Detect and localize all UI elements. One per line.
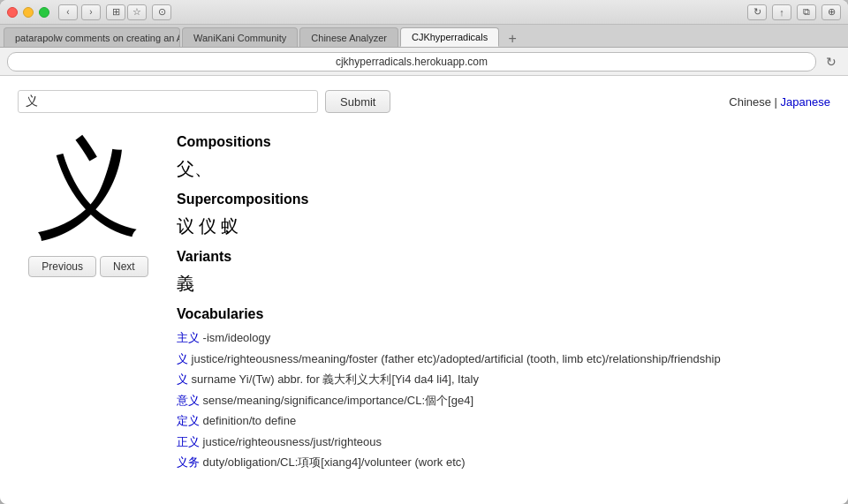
search-input[interactable]	[18, 90, 318, 113]
tab-1[interactable]: WaniKani Community	[182, 27, 298, 47]
bookmark-icon[interactable]: ☆	[127, 4, 147, 20]
submit-button[interactable]: Submit	[325, 90, 390, 113]
japanese-link[interactable]: Japanese	[781, 95, 830, 109]
browser-window: ‹ › ⊞ ☆ ⊙ ↻ ↑ ⧉ ⊕ patarapolw comments on…	[0, 0, 848, 504]
previous-button[interactable]: Previous	[28, 256, 96, 277]
back-forward-buttons: ‹ ›	[58, 4, 101, 20]
forward-button[interactable]: ›	[81, 4, 101, 20]
chinese-label: Chinese	[729, 95, 771, 109]
right-toolbar: ↻ ↑ ⧉ ⊕	[747, 4, 841, 20]
variants-title: Variants	[177, 249, 830, 265]
vocabularies-title: Vocabularies	[177, 306, 830, 322]
info-panel: Compositions 父、 Supercompositions 议 仪 蚁 …	[177, 127, 830, 475]
vocab-list: 主义 -ism/ideology 义 justice/righteousness…	[177, 329, 830, 471]
toolbar-icons: ⊞	[106, 4, 125, 20]
maximize-button[interactable]	[39, 7, 49, 18]
compositions-title: Compositions	[177, 134, 830, 150]
tab-2[interactable]: Chinese Analyzer	[299, 27, 398, 47]
list-item: 义务 duty/obligation/CL:項项[xiang4]/volunte…	[177, 454, 830, 471]
tab-0-label: patarapolw comments on creating an Anki …	[15, 33, 180, 43]
tab-3-label: CJKhyperradicals	[412, 32, 488, 42]
supercompositions-chars: 议 仪 蚁	[177, 214, 830, 238]
screenshot-icon[interactable]: ⊙	[152, 4, 171, 20]
vocab-link-1[interactable]: 义	[177, 352, 188, 365]
page-content: Submit Chinese | Japanese 义 Previous	[0, 76, 848, 504]
tab-2-label: Chinese Analyzer	[311, 33, 387, 43]
address-bar: ↻	[0, 48, 848, 76]
character-display: 义	[35, 136, 141, 242]
minimize-button[interactable]	[23, 7, 34, 18]
vocab-link-3[interactable]: 意义	[177, 394, 200, 407]
language-links: Chinese | Japanese	[729, 95, 830, 109]
separator: |	[775, 95, 781, 109]
address-input[interactable]	[7, 52, 816, 71]
vocab-link-0[interactable]: 主义	[177, 331, 200, 344]
search-bar: Submit Chinese | Japanese	[18, 90, 830, 113]
vocab-link-6[interactable]: 义务	[177, 455, 200, 469]
list-item: 义 justice/righteousness/meaning/foster (…	[177, 350, 830, 368]
list-item: 正义 justice/righteousness/just/righteous	[177, 433, 830, 451]
main-area: 义 Previous Next Compositions 父、 Supercom…	[18, 127, 830, 475]
tab-3[interactable]: CJKhyperradicals	[400, 27, 499, 47]
reload-icon[interactable]: ↻	[822, 52, 841, 71]
extensions-icon[interactable]: ⊕	[822, 4, 841, 20]
close-button[interactable]	[7, 7, 18, 18]
tab-icon[interactable]: ⧉	[797, 4, 816, 20]
title-bar: ‹ › ⊞ ☆ ⊙ ↻ ↑ ⧉ ⊕	[0, 0, 848, 25]
tab-bar: patarapolw comments on creating an Anki …	[0, 25, 848, 48]
vocab-link-5[interactable]: 正义	[177, 435, 200, 448]
list-item: 义 surname Yi/(Tw) abbr. for 義大利义大利[Yi4 d…	[177, 371, 830, 388]
toolbar-icons-2: ☆ ⊙	[127, 4, 171, 20]
next-button[interactable]: Next	[100, 256, 148, 277]
list-item: 定义 definition/to define	[177, 412, 830, 430]
new-tab-button[interactable]: +	[503, 31, 522, 47]
tab-1-label: WaniKani Community	[193, 33, 286, 43]
share-icon[interactable]: ↑	[772, 4, 791, 20]
traffic-lights	[7, 7, 49, 18]
compositions-chars: 父、	[177, 157, 830, 181]
supercompositions-title: Supercompositions	[177, 192, 830, 207]
refresh-icon[interactable]: ↻	[747, 4, 767, 20]
grid-icon[interactable]: ⊞	[106, 4, 125, 20]
tab-0[interactable]: patarapolw comments on creating an Anki …	[4, 27, 180, 47]
list-item: 意义 sense/meaning/significance/importance…	[177, 392, 830, 410]
char-panel: 义 Previous Next	[18, 127, 159, 475]
variants-chars: 義	[177, 272, 830, 296]
vocab-link-4[interactable]: 定义	[177, 414, 200, 427]
list-item: 主义 -ism/ideology	[177, 329, 830, 347]
vocab-link-2[interactable]: 义	[177, 372, 188, 386]
nav-buttons: Previous Next	[28, 256, 148, 277]
back-button[interactable]: ‹	[58, 4, 78, 20]
